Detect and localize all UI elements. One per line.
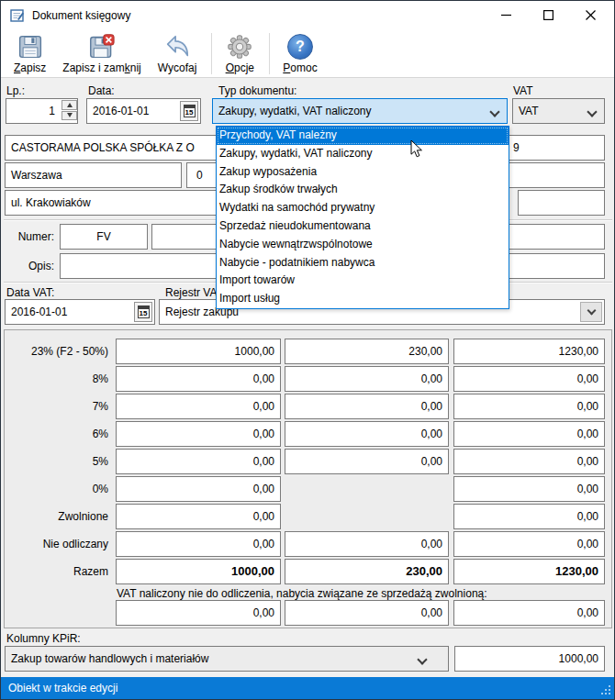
spinner-down-button[interactable] [62, 111, 77, 121]
lp-label: Lp.: [6, 84, 25, 97]
razem-vat: 230,00 [285, 559, 449, 584]
window-title: Dokument księgowy [32, 1, 130, 30]
vat-input[interactable]: 0,00 [285, 394, 449, 419]
typ-dokumentu-combobox[interactable]: Zakupy, wydatki, VAT naliczony [212, 98, 508, 124]
calendar-button[interactable]: 15 [134, 302, 152, 322]
help-button[interactable]: ? Pomoc [275, 30, 324, 77]
contractor-nip-input[interactable]: 9 [505, 135, 605, 161]
data-label: Data: [88, 84, 115, 97]
netto-input[interactable]: 1000,00 [116, 339, 281, 364]
vat-rate-label: 7% [1, 394, 108, 419]
arrow-cursor-icon [410, 139, 423, 161]
kpir-label: Kolumny KPiR: [6, 632, 81, 645]
vat-rate-label: 23% (F2 - 50%) [1, 339, 108, 364]
dropdown-item[interactable]: Zakup wyposażenia [217, 163, 509, 182]
opis-label: Opis: [1, 260, 54, 272]
brutto-input[interactable]: 0,00 [453, 449, 605, 474]
dropdown-item[interactable]: Nabycie - podatnikiem nabywca [217, 254, 509, 272]
undo-button[interactable]: Wycofaj [151, 30, 205, 77]
toolbar-separator [211, 33, 212, 74]
netto-input[interactable]: 0,00 [116, 394, 281, 419]
resize-grip-icon[interactable] [600, 684, 612, 699]
brutto-input[interactable]: 0,00 [453, 476, 605, 502]
chevron-down-icon [417, 654, 427, 664]
toolbar: Zapisz Zapisz i zamknij [1, 30, 614, 78]
close-button[interactable] [569, 1, 611, 29]
dropdown-item[interactable]: Import towarów [217, 272, 509, 290]
contractor-extra-input[interactable] [505, 162, 605, 188]
vat-input[interactable]: 0,00 [285, 449, 449, 474]
vat-rate-label: 5% [1, 449, 108, 474]
netto-input[interactable]: 0,00 [116, 504, 281, 529]
save-close-floppy-icon [87, 32, 117, 61]
save-and-close-label: Zapisz i zamknij [62, 61, 140, 74]
vat-rate-label: Nie odliczany [1, 531, 108, 557]
calendar-button[interactable]: 15 [180, 101, 198, 121]
lp-spinner [62, 100, 77, 120]
vat-input[interactable]: 0,00 [285, 421, 449, 447]
status-text: Obiekt w trakcie edycji [8, 677, 117, 700]
spinner-up-button[interactable] [62, 100, 77, 110]
netto-input[interactable]: 0,00 [116, 366, 281, 392]
data-vat-input[interactable]: 2016-01-01 15 [5, 299, 155, 325]
brutto-input[interactable]: 0,00 [453, 504, 605, 529]
kpir-amount-input[interactable]: 1000,00 [454, 646, 605, 672]
minimize-button[interactable] [485, 1, 527, 29]
options-button[interactable]: Opcje [218, 30, 262, 77]
save-floppy-icon [16, 32, 45, 61]
brutto-input[interactable]: 1230,00 [453, 339, 605, 364]
rejestr-vat-label: Rejestr VAT [165, 286, 223, 299]
options-label: Opcje [226, 61, 254, 74]
dropdown-item[interactable]: Wydatki na samochód prywatny [217, 199, 509, 217]
numer-prefix-input[interactable]: FV [60, 224, 148, 250]
numer-label: Numer: [1, 230, 54, 243]
titlebar[interactable]: Dokument księgowy [1, 1, 614, 30]
undo-label: Wycofaj [158, 61, 197, 74]
typ-dokumentu-label: Typ dokumentu: [218, 84, 296, 97]
razem-brutto: 1230,00 [453, 559, 605, 584]
data-input[interactable]: 2016-01-01 15 [86, 98, 201, 124]
brutto-input[interactable]: 0,00 [453, 531, 605, 557]
vat-rate-label: Zwolnione [1, 504, 108, 529]
vat-input[interactable]: 230,00 [285, 339, 449, 364]
chevron-down-icon [587, 306, 596, 316]
document-pen-icon [10, 8, 25, 26]
vat-rate-label: 8% [1, 366, 108, 392]
calendar-icon: 15 [138, 306, 150, 318]
dropdown-item[interactable]: Zakup środków trwałych [217, 181, 509, 199]
combo-dropdown-button[interactable] [580, 302, 602, 322]
brutto-input[interactable]: 0,00 [453, 394, 605, 419]
vat-note-input[interactable]: 0,00 [453, 600, 605, 626]
dropdown-item[interactable]: Nabycie wewnątrzwspólnotowe [217, 236, 509, 254]
contractor-city-input[interactable]: Warszawa [5, 162, 182, 188]
data-vat-label: Data VAT: [6, 286, 54, 299]
gear-icon [225, 32, 254, 61]
dropdown-item[interactable]: Import usług [217, 290, 509, 308]
document-window: Dokument księgowy Zapisz [0, 0, 615, 700]
kpir-combobox[interactable]: Zakup towarów handlowych i materiałów [5, 646, 449, 672]
vat-rate-label: 6% [1, 421, 108, 447]
netto-input[interactable]: 0,00 [116, 476, 281, 502]
dropdown-item[interactable]: Przychody, VAT należny [217, 127, 509, 145]
vat-note-label: VAT naliczony nie do odliczenia, nabycia… [117, 587, 487, 600]
razem-netto: 1000,00 [116, 559, 281, 584]
vat-note-input[interactable]: 0,00 [116, 600, 281, 626]
netto-input[interactable]: 0,00 [116, 531, 281, 557]
brutto-input[interactable]: 0,00 [453, 366, 605, 392]
save-label: Zapisz [14, 61, 46, 74]
netto-input[interactable]: 0,00 [116, 421, 281, 447]
vat-input[interactable]: 0,00 [285, 366, 449, 392]
dropdown-item[interactable]: Zakupy, wydatki, VAT naliczony [217, 145, 509, 163]
save-button[interactable]: Zapisz [6, 30, 53, 77]
vat-note-input[interactable]: 0,00 [285, 600, 449, 626]
help-label: Pomoc [283, 61, 317, 74]
vat-combobox[interactable]: VAT [512, 98, 605, 124]
netto-input[interactable]: 0,00 [116, 449, 281, 474]
typ-dokumentu-dropdown-list: Przychody, VAT należny Zakupy, wydatki, … [216, 126, 509, 309]
vat-input[interactable]: 0,00 [285, 531, 449, 557]
save-and-close-button[interactable]: Zapisz i zamknij [55, 30, 148, 77]
contractor-extra2-input[interactable] [518, 190, 605, 216]
dropdown-item[interactable]: Sprzedaż nieudokumentowana [217, 217, 509, 236]
maximize-button[interactable] [527, 1, 569, 29]
brutto-input[interactable]: 0,00 [453, 421, 605, 447]
